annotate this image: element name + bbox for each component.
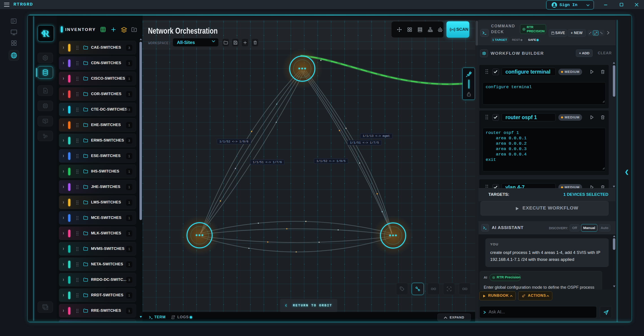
svg-text:R: R [43,28,50,39]
